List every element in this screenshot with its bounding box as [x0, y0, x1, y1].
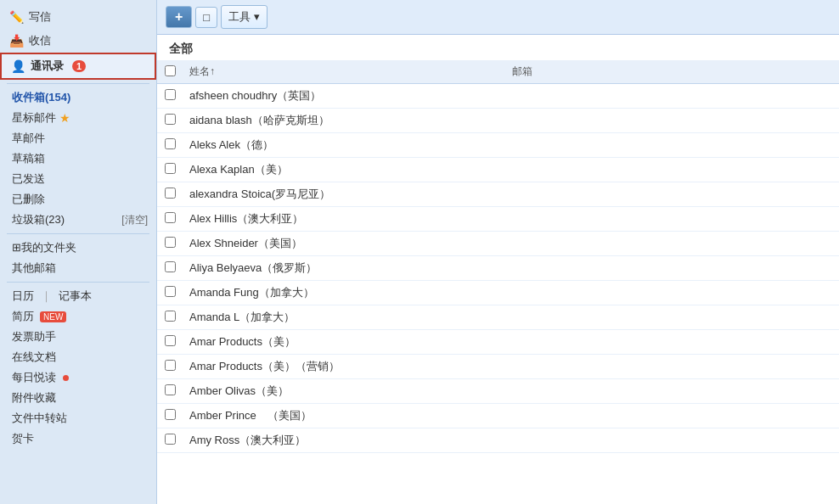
contact-name-14[interactable]: Amy Ross（澳大利亚） — [183, 428, 505, 453]
contact-name-2[interactable]: Aleks Alek（德） — [183, 133, 505, 158]
starred-item[interactable]: 星标邮件 ★ — [0, 108, 156, 128]
sent-item[interactable]: 已发送 — [0, 169, 156, 189]
sidebar: ✏️ 写信 📥 收信 👤 通讯录 1 收件箱(154) 星标邮件 ★ 草邮件 草… — [0, 0, 157, 504]
table-row: Amber Prince （美国） — [157, 404, 839, 428]
row-checkbox-13[interactable] — [165, 409, 176, 420]
contact-name-3[interactable]: Alexa Kaplan（美） — [183, 158, 505, 182]
row-checkbox-4[interactable] — [165, 188, 176, 199]
row-checkbox-cell[interactable] — [157, 404, 183, 428]
draft-item[interactable]: 草邮件 — [0, 128, 156, 148]
square-icon: □ — [203, 11, 210, 24]
inbox-label: 收信 — [29, 33, 51, 48]
contact-name-7[interactable]: Aliya Belyaeva（俄罗斯） — [183, 256, 505, 281]
compose-nav-item[interactable]: ✏️ 写信 — [0, 5, 156, 29]
row-checkbox-12[interactable] — [165, 384, 176, 395]
contact-name-4[interactable]: alexandra Stoica(罗马尼亚） — [183, 182, 505, 207]
row-checkbox-cell[interactable] — [157, 428, 183, 453]
contact-email-13 — [505, 404, 839, 428]
contacts-nav-item[interactable]: 👤 通讯录 1 — [0, 53, 156, 80]
starred-label: 星标邮件 — [12, 110, 56, 126]
row-checkbox-cell[interactable] — [157, 158, 183, 182]
contact-email-2 — [505, 133, 839, 158]
calendar-label: 日历 — [12, 288, 34, 304]
table-row: Amar Products（美）（营销） — [157, 355, 839, 379]
row-checkbox-cell[interactable] — [157, 109, 183, 133]
contact-name-10[interactable]: Amar Products（美） — [183, 330, 505, 355]
online-docs-label: 在线文档 — [12, 350, 56, 365]
attachment-item[interactable]: 附件收藏 — [0, 388, 156, 408]
calendar-item[interactable]: 日历 ｜ 记事本 — [0, 286, 156, 306]
row-checkbox-3[interactable] — [165, 163, 176, 174]
trash-draft-item[interactable]: 草稿箱 — [0, 148, 156, 169]
greeting-card-item[interactable]: 贺卡 — [0, 428, 156, 449]
email-column-header[interactable]: 邮箱 — [505, 60, 839, 84]
row-checkbox-10[interactable] — [165, 335, 176, 346]
add-contact-button[interactable]: + — [166, 6, 192, 28]
contact-email-14 — [505, 428, 839, 453]
sent-label: 已发送 — [12, 171, 45, 187]
row-checkbox-7[interactable] — [165, 261, 176, 272]
row-checkbox-cell[interactable] — [157, 355, 183, 379]
table-row: Amber Olivas（美） — [157, 379, 839, 404]
file-transfer-label: 文件中转站 — [12, 411, 67, 426]
star-icon: ★ — [59, 111, 70, 125]
contact-name-6[interactable]: Alex Shneider（美国） — [183, 232, 505, 256]
contact-name-8[interactable]: Amanda Fung（加拿大） — [183, 281, 505, 305]
contact-email-9 — [505, 305, 839, 330]
contact-email-7 — [505, 256, 839, 281]
contacts-table-wrapper[interactable]: 姓名↑ 邮箱 afsheen choudhry（英国） aidana blas — [157, 60, 839, 504]
row-checkbox-cell[interactable] — [157, 256, 183, 281]
select-all-checkbox[interactable] — [165, 65, 176, 76]
row-checkbox-5[interactable] — [165, 212, 176, 223]
other-mail-item[interactable]: 其他邮箱 — [0, 258, 156, 278]
row-checkbox-8[interactable] — [165, 286, 176, 297]
contact-name-11[interactable]: Amar Products（美）（营销） — [183, 355, 505, 379]
row-checkbox-cell[interactable] — [157, 281, 183, 305]
row-checkbox-cell[interactable] — [157, 232, 183, 256]
job-helper-item[interactable]: 发票助手 — [0, 327, 156, 347]
row-checkbox-cell[interactable] — [157, 84, 183, 109]
row-checkbox-cell[interactable] — [157, 379, 183, 404]
contact-name-9[interactable]: Amanda L（加拿大） — [183, 305, 505, 330]
my-folders-item[interactable]: ⊞我的文件夹 — [0, 238, 156, 258]
table-row: aidana blash（哈萨克斯坦） — [157, 109, 839, 133]
contact-email-1 — [505, 109, 839, 133]
contact-name-1[interactable]: aidana blash（哈萨克斯坦） — [183, 109, 505, 133]
row-checkbox-1[interactable] — [165, 114, 176, 125]
row-checkbox-14[interactable] — [165, 434, 176, 445]
row-checkbox-0[interactable] — [165, 89, 176, 100]
row-checkbox-11[interactable] — [165, 360, 176, 371]
resume-item[interactable]: 简历 NEW — [0, 306, 156, 327]
row-checkbox-2[interactable] — [165, 138, 176, 149]
contact-name-13[interactable]: Amber Prince （美国） — [183, 404, 505, 428]
file-transfer-item[interactable]: 文件中转站 — [0, 408, 156, 428]
row-checkbox-6[interactable] — [165, 237, 176, 248]
row-checkbox-cell[interactable] — [157, 182, 183, 207]
row-checkbox-cell[interactable] — [157, 305, 183, 330]
row-checkbox-cell[interactable] — [157, 207, 183, 232]
inbox-nav-item[interactable]: 📥 收信 — [0, 29, 156, 53]
checkbox-header — [157, 60, 183, 84]
row-checkbox-cell[interactable] — [157, 330, 183, 355]
inbox-count-item[interactable]: 收件箱(154) — [0, 87, 156, 108]
spam-clear-label[interactable]: [清空] — [121, 213, 148, 227]
square-button[interactable]: □ — [195, 7, 217, 28]
deleted-item[interactable]: 已删除 — [0, 189, 156, 210]
daily-read-dot — [63, 375, 69, 381]
contact-name-12[interactable]: Amber Olivas（美） — [183, 379, 505, 404]
table-row: Aliya Belyaeva（俄罗斯） — [157, 256, 839, 281]
contact-name-0[interactable]: afsheen choudhry（英国） — [183, 84, 505, 109]
contact-email-8 — [505, 281, 839, 305]
name-column-header[interactable]: 姓名↑ — [183, 60, 505, 84]
daily-read-item[interactable]: 每日悦读 — [0, 367, 156, 388]
row-checkbox-9[interactable] — [165, 311, 176, 322]
section-title: 全部 — [157, 35, 839, 60]
contact-name-5[interactable]: Alex Hillis（澳大利亚） — [183, 207, 505, 232]
tools-button[interactable]: 工具 ▾ — [221, 5, 267, 29]
tools-label: 工具 ▾ — [228, 9, 260, 25]
deleted-label: 已删除 — [12, 192, 45, 207]
row-checkbox-cell[interactable] — [157, 133, 183, 158]
spam-item[interactable]: 垃圾箱(23) [清空] — [0, 210, 156, 230]
online-docs-item[interactable]: 在线文档 — [0, 347, 156, 367]
greeting-card-label: 贺卡 — [12, 431, 34, 446]
